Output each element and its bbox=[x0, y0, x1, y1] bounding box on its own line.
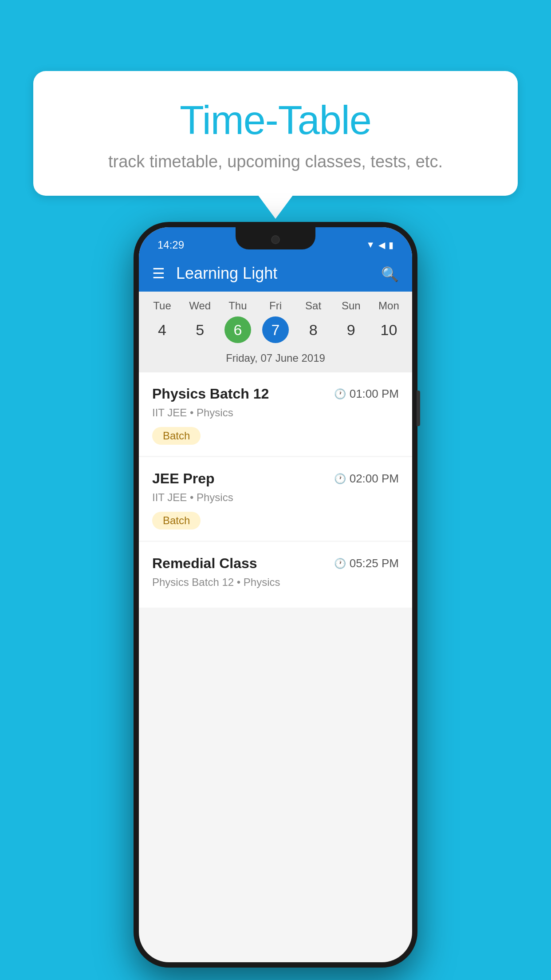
menu-icon[interactable]: ☰ bbox=[152, 266, 165, 281]
class-time-text: 02:00 PM bbox=[350, 472, 399, 486]
signal-icon: ◀ bbox=[378, 240, 385, 250]
calendar-strip: Tue4Wed5Thu6Fri7Sat8Sun9Mon10 Friday, 07… bbox=[139, 292, 412, 372]
clock-icon: 🕐 bbox=[334, 473, 346, 485]
phone-mockup: 14:29 ▼ ◀ ▮ ☰ Learning Light 🔍 Tue4Wed5T… bbox=[134, 222, 417, 968]
app-title: Learning Light bbox=[176, 264, 277, 283]
days-row: Tue4Wed5Thu6Fri7Sat8Sun9Mon10 bbox=[139, 300, 412, 348]
class-time-text: 01:00 PM bbox=[350, 387, 399, 401]
day-name: Wed bbox=[189, 300, 211, 312]
content-area: Physics Batch 12🕐01:00 PMIIT JEE • Physi… bbox=[139, 372, 412, 609]
feature-subtitle: track timetable, upcoming classes, tests… bbox=[55, 152, 496, 171]
class-time: 🕐02:00 PM bbox=[334, 472, 399, 486]
status-time: 14:29 bbox=[157, 239, 184, 251]
feature-title: Time-Table bbox=[55, 98, 496, 143]
status-icons: ▼ ◀ ▮ bbox=[366, 240, 394, 250]
batch-badge: Batch bbox=[152, 512, 201, 530]
class-header: JEE Prep🕐02:00 PM bbox=[152, 470, 399, 487]
day-col[interactable]: Tue4 bbox=[145, 300, 180, 343]
phone-screen: 14:29 ▼ ◀ ▮ ☰ Learning Light 🔍 Tue4Wed5T… bbox=[139, 227, 412, 962]
day-col[interactable]: Sat8 bbox=[295, 300, 331, 343]
search-icon[interactable]: 🔍 bbox=[381, 266, 399, 283]
day-name: Sun bbox=[342, 300, 361, 312]
day-number[interactable]: 8 bbox=[300, 316, 327, 343]
side-button bbox=[417, 391, 420, 426]
day-name: Mon bbox=[378, 300, 399, 312]
class-name: Remedial Class bbox=[152, 555, 257, 572]
day-col[interactable]: Thu6 bbox=[220, 300, 256, 343]
clock-icon: 🕐 bbox=[334, 558, 346, 569]
class-meta: IIT JEE • Physics bbox=[152, 491, 399, 504]
class-name: JEE Prep bbox=[152, 470, 215, 487]
class-time: 🕐01:00 PM bbox=[334, 387, 399, 401]
class-meta: IIT JEE • Physics bbox=[152, 407, 399, 419]
day-name: Thu bbox=[228, 300, 247, 312]
wifi-icon: ▼ bbox=[366, 240, 375, 250]
class-time: 🕐05:25 PM bbox=[334, 557, 399, 570]
day-number[interactable]: 6 bbox=[224, 316, 251, 343]
clock-icon: 🕐 bbox=[334, 388, 346, 400]
day-number[interactable]: 7 bbox=[262, 316, 289, 343]
front-camera bbox=[271, 235, 280, 244]
day-number[interactable]: 5 bbox=[187, 316, 213, 343]
class-header: Physics Batch 12🕐01:00 PM bbox=[152, 386, 399, 402]
class-name: Physics Batch 12 bbox=[152, 386, 269, 402]
class-item[interactable]: Physics Batch 12🕐01:00 PMIIT JEE • Physi… bbox=[139, 372, 412, 456]
day-col[interactable]: Mon10 bbox=[371, 300, 406, 343]
day-col[interactable]: Wed5 bbox=[182, 300, 218, 343]
day-number[interactable]: 10 bbox=[375, 316, 402, 343]
battery-icon: ▮ bbox=[389, 240, 394, 250]
phone-notch bbox=[236, 227, 315, 249]
day-name: Tue bbox=[153, 300, 171, 312]
day-name: Sat bbox=[305, 300, 321, 312]
class-time-text: 05:25 PM bbox=[350, 557, 399, 570]
class-meta: Physics Batch 12 • Physics bbox=[152, 576, 399, 589]
batch-badge: Batch bbox=[152, 427, 201, 445]
class-item[interactable]: JEE Prep🕐02:00 PMIIT JEE • PhysicsBatch bbox=[139, 457, 412, 541]
speech-bubble-card: Time-Table track timetable, upcoming cla… bbox=[33, 71, 518, 196]
class-header: Remedial Class🕐05:25 PM bbox=[152, 555, 399, 572]
day-number[interactable]: 9 bbox=[338, 316, 364, 343]
class-item[interactable]: Remedial Class🕐05:25 PMPhysics Batch 12 … bbox=[139, 542, 412, 608]
day-name: Fri bbox=[269, 300, 282, 312]
day-number[interactable]: 4 bbox=[149, 316, 176, 343]
selected-date-label: Friday, 07 June 2019 bbox=[139, 348, 412, 372]
day-col[interactable]: Fri7 bbox=[258, 300, 293, 343]
day-col[interactable]: Sun9 bbox=[333, 300, 369, 343]
app-bar-left: ☰ Learning Light bbox=[152, 264, 277, 283]
